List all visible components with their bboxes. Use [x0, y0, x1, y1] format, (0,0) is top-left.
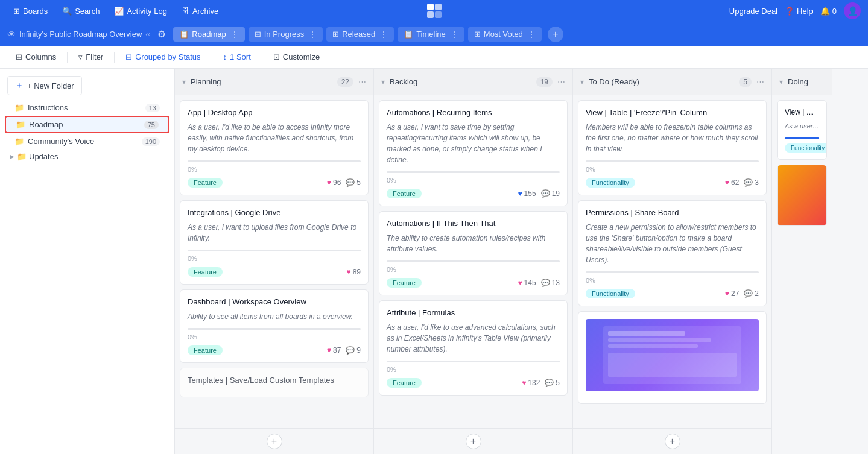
sidebar-item-instructions[interactable]: 📁 Instructions 13	[5, 100, 169, 115]
roadmap-tab-label: Roadmap	[192, 30, 226, 39]
nav-archive[interactable]: 🗄 Archive	[176, 4, 224, 18]
nav-activity-log[interactable]: 📈 Activity Log	[108, 4, 173, 18]
notifications-button[interactable]: 🔔 0	[820, 7, 837, 16]
sidebar-item-roadmap[interactable]: 📁 Roadmap 75	[5, 116, 169, 133]
card-recurring-items-stats: ♥ 155 💬 19	[518, 189, 560, 198]
card-formulas[interactable]: Attribute | Formulas As a user, I'd like…	[379, 300, 568, 396]
column-todo-header: ▾ To Do (Ready) 5 ⋯	[573, 69, 771, 95]
card-view-multiple[interactable]: View | Multiple S… As a user, I war… app…	[777, 100, 827, 160]
card-view-multiple-accent	[785, 137, 819, 139]
card-recurring-items[interactable]: Automations | Recurring Items As a user,…	[379, 100, 568, 206]
column-planning-header: ▾ Planning 22 ⋯	[175, 69, 373, 95]
column-planning-title: Planning	[191, 77, 332, 86]
card-desktop-app-tag[interactable]: Feature	[188, 178, 223, 188]
customize-button[interactable]: ⊡ Customize	[267, 50, 326, 64]
column-backlog-chevron[interactable]: ▾	[381, 78, 385, 86]
column-planning-chevron[interactable]: ▾	[182, 78, 186, 86]
breadcrumb[interactable]: Infinity's Public Roadmap Overview	[19, 30, 142, 39]
card-ifttt[interactable]: Automations | If This Then That The abil…	[379, 211, 568, 295]
card-share-board[interactable]: Permissions | Share Board Create a new p…	[578, 200, 767, 306]
tab-most-voted-icon: ⊞	[474, 30, 481, 39]
card-recurring-items-tag[interactable]: Feature	[387, 189, 422, 198]
new-folder-button[interactable]: ＋ + New Folder	[7, 76, 82, 95]
card-desktop-app[interactable]: App | Desktop App As a user, I'd like to…	[180, 100, 369, 195]
column-backlog-header: ▾ Backlog 19 ⋯	[374, 69, 572, 95]
sidebar-group-updates[interactable]: ▶ 📁 Updates	[0, 150, 174, 163]
card-workspace-overview-likes: ♥ 87	[327, 346, 341, 355]
card-image-todo[interactable]	[578, 311, 767, 404]
tab-released-dots[interactable]: ⋮	[379, 30, 388, 39]
roadmap-tab[interactable]: 📋 Roadmap ⋮	[173, 27, 244, 42]
archive-label: Archive	[192, 7, 218, 16]
sort-label: 1 Sort	[230, 52, 251, 61]
card-freeze-pin-tag[interactable]: Functionality	[586, 178, 635, 188]
card-doing-image[interactable]	[777, 165, 827, 226]
heart-icon-freeze: ♥	[725, 178, 729, 187]
card-workspace-overview-tag[interactable]: Feature	[188, 345, 223, 355]
heart-icon-2: ♥	[347, 268, 351, 276]
tab-in-progress-dots[interactable]: ⋮	[308, 30, 317, 39]
card-freeze-pin[interactable]: View | Table | 'Freeze'/'Pin' Column Mem…	[578, 100, 767, 195]
column-backlog-count: 19	[536, 77, 553, 87]
add-card-backlog-button[interactable]: +	[466, 434, 481, 449]
card-recurring-items-footer: Feature ♥ 155 💬 19	[387, 189, 560, 198]
column-backlog-dots[interactable]: ⋯	[557, 77, 565, 86]
avatar-icon: 👤	[847, 6, 858, 16]
tab-most-voted-dots[interactable]: ⋮	[527, 30, 536, 39]
column-planning-dots[interactable]: ⋯	[358, 77, 366, 86]
card-view-multiple-tag[interactable]: Functionality	[785, 143, 827, 153]
roadmap-tab-dots[interactable]: ⋮	[230, 30, 239, 39]
card-templates[interactable]: Templates | Save/Load Custom Templates	[180, 368, 369, 397]
settings-button[interactable]: ⚙	[154, 28, 169, 40]
card-workspace-overview-comments: 💬 9	[346, 346, 361, 355]
board-area: ▾ Planning 22 ⋯ App | Desktop App As a u…	[175, 69, 868, 454]
columns-icon: ⊞	[16, 52, 22, 61]
columns-button[interactable]: ⊞ Columns	[10, 50, 62, 64]
second-bar: 👁 Infinity's Public Roadmap Overview ‹‹ …	[0, 22, 868, 46]
sort-button[interactable]: ↕ 1 Sort	[217, 50, 257, 64]
card-google-drive-progress-pct: 0%	[188, 255, 361, 262]
top-nav: ⊞ Boards 🔍 Search 📈 Activity Log 🗄 Archi…	[0, 0, 868, 22]
column-todo-dots[interactable]: ⋯	[756, 77, 764, 86]
card-view-multiple-title: View | Multiple S…	[785, 108, 819, 116]
card-ifttt-tag[interactable]: Feature	[387, 278, 422, 288]
tab-timeline[interactable]: 📋 Timeline ⋮	[398, 27, 464, 42]
nav-search[interactable]: 🔍 Search	[56, 4, 106, 18]
filter-button[interactable]: ▿ Filter	[72, 50, 109, 64]
group-icon: ⊟	[125, 52, 132, 61]
column-planning: ▾ Planning 22 ⋯ App | Desktop App As a u…	[175, 69, 374, 454]
column-doing-chevron[interactable]: ▾	[779, 78, 783, 86]
card-desktop-app-progress-bar	[188, 160, 361, 162]
card-recurring-items-desc: As a user, I want to save time by settin…	[387, 122, 560, 165]
card-google-drive-tag[interactable]: Feature	[188, 267, 223, 277]
tab-most-voted[interactable]: ⊞ Most Voted ⋮	[468, 27, 542, 42]
tab-timeline-dots[interactable]: ⋮	[450, 30, 458, 39]
help-button[interactable]: ❓ Help	[785, 7, 813, 16]
card-ifttt-comments: 💬 13	[541, 279, 560, 287]
upgrade-deal-button[interactable]: Upgrade Deal	[729, 7, 778, 16]
sidebar-item-community[interactable]: 📁 Community's Voice 190	[5, 134, 169, 149]
tab-released[interactable]: ⊞ Released ⋮	[326, 27, 394, 42]
grouped-by-status-button[interactable]: ⊟ Grouped by Status	[119, 50, 206, 64]
nav-boards[interactable]: ⊞ Boards	[7, 4, 54, 18]
column-todo-chevron[interactable]: ▾	[580, 78, 584, 86]
user-avatar[interactable]: 👤	[844, 2, 861, 19]
svg-rect-2	[427, 11, 434, 18]
add-card-planning-button[interactable]: +	[267, 434, 282, 449]
card-share-board-tag[interactable]: Functionality	[586, 289, 635, 298]
add-view-button[interactable]: +	[548, 27, 563, 42]
comment-icon-share: 💬	[744, 289, 753, 298]
card-formulas-comments: 💬 5	[545, 379, 560, 387]
card-formulas-tag[interactable]: Feature	[387, 378, 422, 388]
sidebar-item-community-label: Community's Voice	[28, 137, 138, 146]
breadcrumb-sep: ‹‹	[145, 30, 150, 39]
card-ifttt-desc: The ability to create automation rules/r…	[387, 233, 560, 254]
card-ifttt-progress-bar	[387, 260, 560, 262]
card-workspace-overview[interactable]: Dashboard | Workspace Overview Ability t…	[180, 289, 369, 363]
comment-icon-ifttt: 💬	[541, 279, 550, 287]
card-google-drive[interactable]: Integrations | Google Drive As a user, I…	[180, 200, 369, 285]
add-card-todo-button[interactable]: +	[665, 434, 680, 449]
tab-in-progress[interactable]: ⊞ In Progress ⋮	[249, 27, 323, 42]
card-recurring-items-progress-pct: 0%	[387, 177, 560, 184]
card-desktop-app-desc: As a user, I'd like to be able to access…	[188, 122, 361, 154]
